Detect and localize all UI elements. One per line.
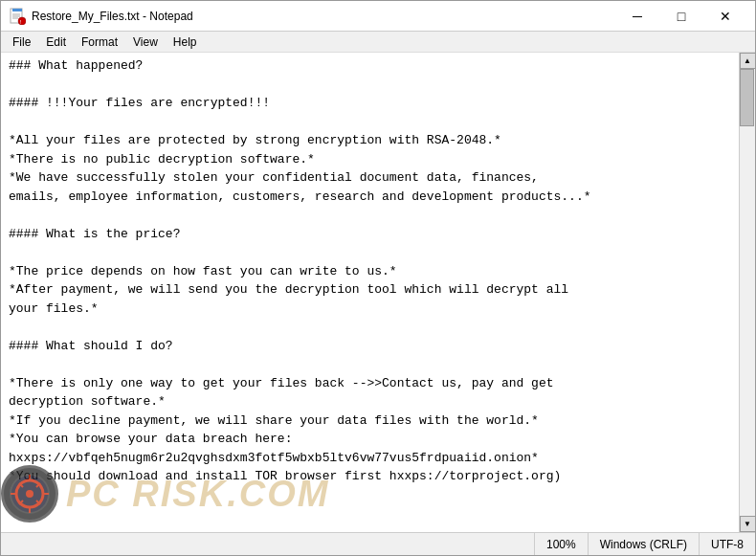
text-editor[interactable]: ### What happened? #### !!!Your files ar… — [1, 53, 739, 532]
menu-help[interactable]: Help — [166, 33, 205, 51]
notepad-window: ! Restore_My_Files.txt - Notepad ─ □ ✕ F… — [0, 0, 756, 556]
window-controls: ─ □ ✕ — [615, 1, 747, 32]
menu-edit[interactable]: Edit — [38, 33, 74, 51]
content-area: ### What happened? #### !!!Your files ar… — [1, 53, 755, 532]
status-bar: 100% Windows (CRLF) UTF-8 — [1, 532, 755, 555]
close-button[interactable]: ✕ — [703, 1, 747, 32]
svg-rect-1 — [12, 9, 22, 11]
scroll-up-button[interactable]: ▲ — [740, 53, 756, 69]
app-icon: ! — [9, 8, 26, 25]
maximize-button[interactable]: □ — [659, 1, 703, 32]
scrollbar[interactable]: ▲ ▼ — [739, 53, 755, 532]
minimize-button[interactable]: ─ — [615, 1, 659, 32]
window-title: Restore_My_Files.txt - Notepad — [32, 10, 615, 23]
menu-view[interactable]: View — [125, 33, 166, 51]
encoding: UTF-8 — [699, 533, 755, 555]
menu-bar: File Edit Format View Help — [1, 32, 755, 53]
menu-file[interactable]: File — [5, 33, 38, 51]
scrollbar-track[interactable] — [740, 69, 755, 516]
line-ending: Windows (CRLF) — [588, 533, 699, 555]
menu-format[interactable]: Format — [74, 33, 125, 51]
title-bar: ! Restore_My_Files.txt - Notepad ─ □ ✕ — [1, 1, 755, 32]
scroll-down-button[interactable]: ▼ — [740, 516, 756, 532]
zoom-level: 100% — [534, 533, 588, 555]
scrollbar-thumb[interactable] — [740, 69, 754, 126]
